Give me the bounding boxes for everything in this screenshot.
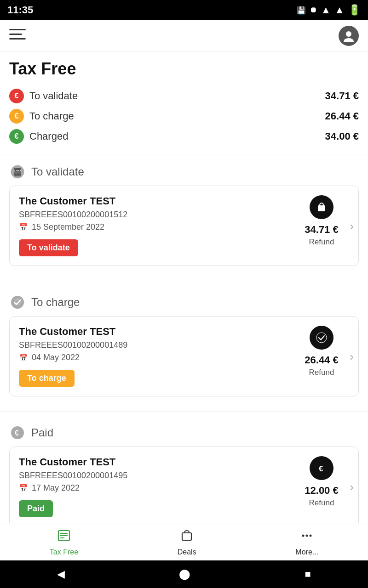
validate-section-icon — [9, 164, 26, 180]
deals-nav-icon — [179, 528, 194, 546]
deals-nav-label: Deals — [178, 548, 196, 556]
svg-rect-9 — [318, 205, 325, 211]
charge-customer-0: The Customer TEST — [19, 326, 294, 338]
validate-amount-0: 34.71 € — [305, 224, 338, 236]
charged-label: Charged — [29, 130, 68, 142]
top-nav — [0, 20, 368, 52]
svg-rect-2 — [9, 38, 26, 40]
svg-point-4 — [344, 38, 354, 42]
paid-ref-0: SBFREEES00100200001495 — [19, 471, 294, 481]
status-bar: 11:35 💾 ⏺ ▲ ▲ 🔋 — [0, 0, 368, 20]
android-nav: ◀ ⬤ ■ — [0, 560, 368, 588]
charge-card-0[interactable]: The Customer TEST SBFREEES00100200001489… — [9, 316, 359, 396]
validate-refund-0: Refund — [309, 237, 334, 247]
taxfree-nav-label: Tax Free — [50, 548, 78, 556]
section-title-paid: Paid — [31, 426, 53, 439]
nav-item-taxfree[interactable]: Tax Free — [50, 528, 78, 556]
charge-chevron-0[interactable]: › — [350, 349, 354, 363]
paid-amount-0: 12.00 € — [305, 485, 338, 497]
svg-point-23 — [306, 535, 308, 537]
validate-label: To validate — [29, 90, 78, 102]
paid-chevron-0[interactable]: › — [350, 480, 354, 494]
record-icon: ⏺ — [310, 6, 317, 14]
charge-badge-0[interactable]: To charge — [19, 370, 75, 387]
summary-row-charged: € Charged 34.00 € — [9, 126, 359, 147]
battery-icon: 🔋 — [348, 4, 361, 16]
svg-rect-21 — [182, 533, 191, 540]
charged-dot: € — [9, 129, 24, 144]
more-nav-icon — [299, 528, 314, 546]
android-back-button[interactable]: ◀ — [57, 568, 65, 580]
calendar-icon-validate: 📅 — [19, 223, 28, 232]
validate-badge-0[interactable]: To validate — [19, 239, 78, 256]
bottom-nav: Tax Free Deals More... — [0, 524, 368, 560]
section-header-validate: To validate — [0, 154, 368, 186]
charge-label: To charge — [29, 110, 74, 122]
paid-card-0[interactable]: The Customer TEST SBFREEES00100200001495… — [9, 447, 359, 527]
charge-refund-0: Refund — [309, 368, 334, 377]
taxfree-nav-icon — [57, 528, 71, 546]
avatar-button[interactable] — [339, 26, 359, 46]
section-title-validate: To validate — [31, 165, 84, 178]
section-header-charge: To charge — [0, 285, 368, 316]
nav-item-more[interactable]: More... — [295, 528, 318, 556]
status-time: 11:35 — [7, 4, 33, 16]
charge-date-0: 04 May 2022 — [32, 353, 80, 362]
section-header-paid: € Paid — [0, 415, 368, 447]
wifi-icon: ▲ — [321, 4, 331, 16]
svg-text:€: € — [15, 429, 19, 437]
calendar-icon-paid: 📅 — [19, 484, 28, 492]
paid-icon-0: € — [310, 456, 334, 480]
paid-badge-0[interactable]: Paid — [19, 500, 53, 517]
validate-dot: € — [9, 89, 24, 103]
svg-point-3 — [346, 31, 351, 37]
paid-refund-0: Refund — [309, 498, 334, 508]
paid-section-icon: € — [9, 424, 26, 441]
summary-row-validate: € To validate 34.71 € — [9, 86, 359, 106]
calendar-icon-charge: 📅 — [19, 353, 28, 362]
paid-date-0: 17 May 2022 — [32, 483, 80, 493]
validate-customer-0: The Customer TEST — [19, 195, 294, 207]
svg-point-22 — [302, 535, 305, 537]
validate-cards: The Customer TEST SBFREEES00100200001512… — [0, 186, 368, 277]
charge-section-icon — [9, 294, 26, 311]
svg-point-10 — [11, 296, 24, 309]
validate-icon-0 — [310, 195, 334, 219]
page-title: Tax Free — [0, 52, 368, 82]
summary-row-charge: € To charge 26.44 € — [9, 106, 359, 126]
summary-section: € To validate 34.71 € € To charge 26.44 … — [0, 82, 368, 154]
svg-text:€: € — [319, 464, 323, 473]
validate-card-0[interactable]: The Customer TEST SBFREEES00100200001512… — [9, 186, 359, 266]
charge-dot: € — [9, 109, 24, 124]
validate-ref-0: SBFREEES00100200001512 — [19, 210, 294, 220]
svg-point-12 — [316, 333, 327, 343]
more-nav-label: More... — [295, 548, 318, 556]
validate-chevron-0[interactable]: › — [350, 219, 354, 233]
svg-rect-0 — [9, 29, 26, 30]
section-title-charge: To charge — [31, 296, 80, 309]
nav-item-deals[interactable]: Deals — [178, 528, 196, 556]
signal-icon: ▲ — [334, 4, 345, 16]
divider-1 — [0, 281, 368, 281]
charge-cards: The Customer TEST SBFREEES00100200001489… — [0, 316, 368, 407]
charged-amount: 34.00 € — [325, 130, 359, 142]
svg-rect-1 — [9, 34, 22, 35]
validate-amount: 34.71 € — [325, 90, 359, 102]
svg-rect-8 — [14, 171, 21, 176]
validate-date-0: 15 September 2022 — [32, 222, 104, 232]
svg-point-24 — [310, 535, 312, 537]
menu-button[interactable] — [9, 28, 26, 43]
charge-ref-0: SBFREEES00100200001489 — [19, 340, 294, 350]
status-icons: 💾 ⏺ ▲ ▲ 🔋 — [297, 4, 361, 16]
android-recent-button[interactable]: ■ — [305, 568, 311, 580]
save-icon: 💾 — [297, 6, 306, 15]
charge-amount-0: 26.44 € — [305, 354, 338, 366]
paid-customer-0: The Customer TEST — [19, 456, 294, 468]
charge-amount: 26.44 € — [325, 110, 359, 122]
charge-icon-0 — [310, 326, 334, 350]
android-home-button[interactable]: ⬤ — [179, 568, 190, 580]
divider-2 — [0, 411, 368, 412]
